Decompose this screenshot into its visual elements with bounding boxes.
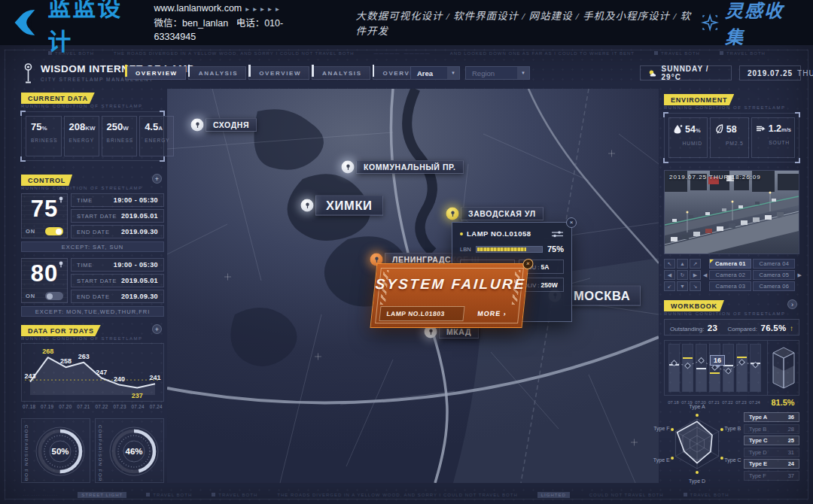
schedule-toggle[interactable]: [45, 292, 63, 300]
map-pin-white[interactable]: [191, 119, 204, 132]
start-date-row: START DATE2019.05.01: [71, 209, 164, 223]
camera-04-button[interactable]: Camera 04: [753, 259, 795, 269]
traffic-scene-graphic: [665, 171, 799, 254]
panel-tag-control: CONTROL: [21, 175, 72, 186]
panel-tag-7days: DATA FOR 7DAYS: [21, 325, 101, 336]
legend-row: Type C25: [744, 436, 799, 445]
gauge-graphic: 50%: [32, 423, 88, 480]
gauge-graphic: 46%: [106, 423, 162, 480]
camera-list-prev-button[interactable]: ◀: [703, 260, 707, 290]
legend-row: Type F37: [744, 471, 799, 481]
outstanding-value: 23: [708, 323, 717, 332]
weather-widget: SUNNDAY / 29°C: [640, 65, 732, 80]
end-date-row: END DATE2019.09.30: [71, 290, 164, 303]
x-tick: 07.21: [708, 400, 720, 405]
cube-indicator: [767, 341, 799, 395]
decor-strip-top: TRAVEL BOTH THE ROADS DIVERGED IN A YELL…: [48, 51, 793, 56]
camera-06-button[interactable]: Camera 06: [753, 281, 795, 291]
wind-icon: [756, 124, 766, 133]
camera-feed[interactable]: 2019.07.25 THUR 18:26:09: [664, 170, 799, 254]
sliders-icon[interactable]: [551, 230, 564, 238]
camera-list-next-button[interactable]: ▶: [797, 260, 801, 290]
map-label[interactable]: ХИМКИ: [315, 196, 383, 216]
pan-right-button[interactable]: ▶: [690, 270, 701, 280]
radar-axis-label: Type B: [724, 426, 741, 432]
date-widget: 2019.07.25 THUR: [739, 65, 801, 80]
x-tick: 07.23: [735, 400, 747, 405]
schedule-toggle[interactable]: [45, 227, 63, 235]
workbook-next-button[interactable]: ›: [787, 299, 797, 309]
panel-sub: RUNNING CONDITION OF STREETLAMP: [664, 105, 786, 110]
tab-overview-1[interactable]: OVERVIEW: [125, 66, 186, 80]
x-tick: 07.20: [59, 404, 72, 409]
chevron-down-icon: ▼: [447, 67, 459, 79]
add-schedule-button[interactable]: +: [152, 174, 162, 184]
system-failure-popup: × SYSTEM FAILURE LAMP NO.L01803 MORE ›: [370, 263, 528, 328]
camera-01-button[interactable]: Camera 01: [709, 259, 751, 269]
tab-overview-2[interactable]: OVERVIEW: [248, 66, 309, 80]
x-tick: 07.18: [23, 404, 35, 409]
pan-up-button[interactable]: ▲: [677, 259, 688, 269]
radar-axis-label: Type D: [689, 478, 705, 484]
workbook-stats: Outstanding: 23 Compared: 76.5% ↑: [664, 319, 799, 335]
close-icon[interactable]: ×: [566, 217, 577, 228]
pan-left-button[interactable]: ◀: [664, 270, 675, 280]
more-button[interactable]: MORE ›: [467, 306, 516, 321]
map-pin-white[interactable]: [342, 161, 355, 174]
alert-lamp-id: LAMP NO.L01803: [379, 306, 464, 321]
dashboard: TRAVEL BOTH THE ROADS DIVERGED IN A YELL…: [0, 45, 813, 504]
x-tick: 07.19: [41, 404, 53, 409]
schedule-block-2: 80 ON TIME19:00 - 05:30 START DATE2019.0…: [21, 258, 164, 303]
map-label[interactable]: ЗАВОДСКАЯ УЛ: [461, 207, 544, 220]
pan-down-right-button[interactable]: ↘: [690, 281, 701, 291]
chevron-down-icon: ▼: [517, 67, 529, 79]
expand-chart-button[interactable]: +: [152, 324, 162, 334]
camera-05-button[interactable]: Camera 05: [753, 270, 795, 280]
wechat-id: 微信：ben_lanlan: [154, 18, 229, 29]
data-point-label: 237: [132, 392, 143, 399]
camera-02-button[interactable]: Camera 02: [709, 270, 751, 280]
collect-label: 灵感收集: [725, 0, 798, 49]
website-link[interactable]: www.lanlanwork.com: [154, 3, 242, 14]
services-list: 大数据可视化设计 / 软件界面设计 / 网站建设 / 手机及小程序设计 / 软件…: [355, 8, 700, 38]
gauge-value: 50%: [51, 447, 69, 456]
except-bar-1: EXCEPT: SAT, SUN: [21, 241, 164, 252]
start-date-row: START DATE2019.05.01: [71, 274, 164, 287]
x-tick: 07.21: [77, 404, 90, 409]
data-point-label: 247: [96, 369, 107, 376]
map-label[interactable]: МОСКВА: [563, 286, 641, 306]
x-tick: 07.18: [668, 400, 679, 405]
workbook-bar: [750, 344, 761, 392]
screen: 蓝蓝设计 www.lanlanwork.com ►►►►► 微信：ben_lan…: [0, 0, 813, 504]
brightness-bar[interactable]: [476, 246, 543, 253]
spark-star-icon: [701, 13, 719, 32]
camera-list: Camera 01 Camera 02 Camera 03 Camera 04 …: [709, 259, 795, 291]
map-label[interactable]: СХОДНЯ: [206, 118, 257, 132]
workbook-bar: [696, 344, 707, 392]
region-select[interactable]: Region ▼: [465, 66, 530, 80]
map-pin-yellow[interactable]: [446, 208, 459, 220]
droplet-icon: [673, 123, 683, 135]
brightness-level-box: 75 ON: [21, 193, 68, 238]
pan-down-button[interactable]: ▼: [677, 281, 688, 291]
tab-analysis-2[interactable]: ANALYSIS: [312, 66, 370, 80]
tab-analysis-1[interactable]: ANALYSIS: [188, 66, 247, 80]
lamp-glyph-icon: [344, 163, 352, 171]
panel-sub: RUNNING CONDITION OF STREETLAMP: [664, 311, 786, 316]
map-pin-white[interactable]: [301, 199, 314, 212]
pan-down-left-button[interactable]: ↙: [664, 281, 675, 291]
pan-up-left-button[interactable]: ↖: [664, 259, 675, 269]
weather-text: SUNNDAY / 29°C: [662, 65, 723, 81]
data-point-label: 258: [60, 357, 72, 365]
area-select[interactable]: Area ▼: [410, 66, 460, 80]
pan-up-right-button[interactable]: ↗: [690, 259, 701, 269]
compared-value: 76.5%: [760, 323, 786, 332]
radar-axis-label: Type C: [724, 457, 741, 463]
camera-03-button[interactable]: Camera 03: [709, 281, 751, 291]
workbook-bar: [682, 344, 693, 392]
collect-link[interactable]: 灵感收集: [701, 0, 798, 49]
data-point-label: 243: [24, 372, 35, 380]
reset-view-button[interactable]: ↻: [677, 270, 688, 280]
map-label[interactable]: КОММУНАЛЬНЫЙ ПР.: [356, 160, 464, 174]
lanlan-logo-icon: [12, 7, 41, 38]
